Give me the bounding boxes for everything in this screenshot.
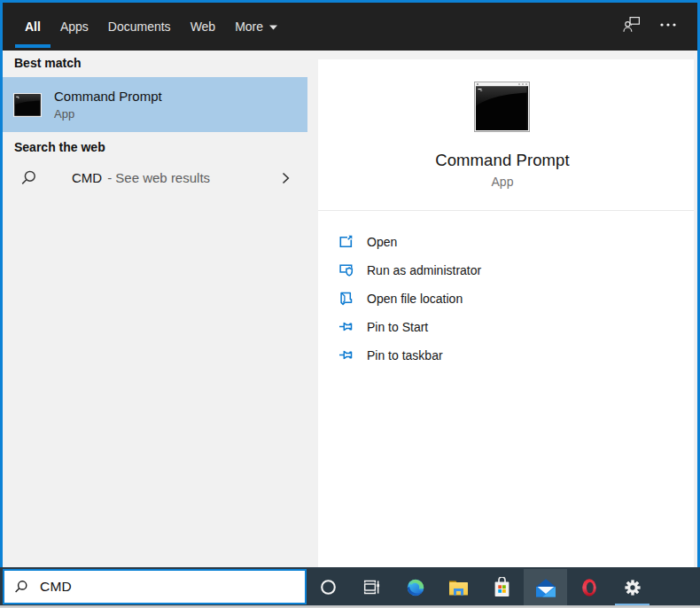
open-file-location-icon xyxy=(338,291,354,306)
search-filter-bar: All Apps Documents Web More xyxy=(3,3,697,51)
best-match-result-command-prompt[interactable]: Command Prompt App xyxy=(3,77,307,132)
taskbar-settings-button[interactable] xyxy=(611,569,654,605)
web-result-text: CMD- See web results xyxy=(72,170,210,185)
taskbar: CMD xyxy=(0,567,700,608)
web-result-suffix: - See web results xyxy=(107,170,210,185)
action-run-as-administrator-label: Run as administrator xyxy=(367,263,481,277)
taskbar-task-view-button[interactable] xyxy=(350,569,393,605)
action-open-label: Open xyxy=(367,235,397,249)
search-input-value: CMD xyxy=(40,579,72,595)
search-the-web-header: Search the web xyxy=(14,140,105,155)
action-pin-to-start-label: Pin to Start xyxy=(367,320,428,334)
taskbar-edge-button[interactable] xyxy=(393,569,437,605)
taskbar-search-box[interactable]: CMD xyxy=(3,569,307,604)
action-pin-to-taskbar[interactable]: Pin to taskbar xyxy=(318,341,694,370)
taskbar-cortana-button[interactable] xyxy=(307,569,350,605)
topbar-right-icons xyxy=(3,3,697,51)
opera-icon xyxy=(579,578,599,597)
best-match-title: Command Prompt xyxy=(54,88,162,105)
action-pin-to-taskbar-label: Pin to taskbar xyxy=(367,348,443,362)
pin-icon xyxy=(338,319,354,334)
cortana-icon xyxy=(320,579,337,596)
action-open-file-location-label: Open file location xyxy=(367,292,463,306)
search-icon xyxy=(14,580,28,594)
taskbar-mail-button[interactable] xyxy=(524,569,567,605)
preview-divider xyxy=(318,210,694,211)
command-prompt-icon-large xyxy=(474,82,530,132)
taskbar-microsoft-store-button[interactable] xyxy=(480,569,524,605)
best-match-texts: Command Prompt App xyxy=(54,88,162,121)
search-flyout-window: All Apps Documents Web More xyxy=(0,0,700,567)
action-open[interactable]: Open xyxy=(318,228,694,256)
web-result-query: CMD xyxy=(72,170,102,185)
microsoft-store-icon xyxy=(492,577,512,597)
file-explorer-icon xyxy=(448,579,469,596)
pin-icon xyxy=(338,347,354,362)
taskbar-opera-button[interactable] xyxy=(567,569,611,605)
preview-app-title: Command Prompt xyxy=(318,148,687,172)
ellipsis-icon[interactable] xyxy=(659,16,677,34)
edge-icon xyxy=(407,579,424,596)
web-search-result[interactable]: CMD- See web results xyxy=(3,163,307,192)
best-match-type: App xyxy=(54,106,162,121)
chevron-right-icon xyxy=(280,172,292,184)
preview-panel: Command Prompt App Open Run as administr… xyxy=(318,59,694,567)
action-open-file-location[interactable]: Open file location xyxy=(318,285,694,313)
settings-gear-icon xyxy=(623,578,642,597)
taskbar-file-explorer-button[interactable] xyxy=(437,569,480,605)
command-prompt-icon xyxy=(13,93,42,117)
best-match-header: Best match xyxy=(14,56,81,71)
task-view-icon xyxy=(363,579,380,596)
open-icon xyxy=(338,234,354,249)
action-pin-to-start[interactable]: Pin to Start xyxy=(318,313,694,341)
action-run-as-administrator[interactable]: Run as administrator xyxy=(318,256,694,285)
run-as-administrator-icon xyxy=(338,262,354,277)
feedback-icon[interactable] xyxy=(623,16,641,34)
mail-icon xyxy=(535,577,556,598)
search-icon xyxy=(20,169,37,186)
preview-app-type: App xyxy=(318,175,687,190)
